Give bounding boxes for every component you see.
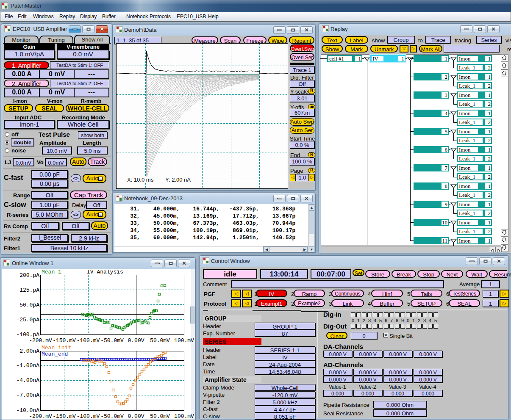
svg-text:-4.00nA: -4.00nA xyxy=(16,377,39,384)
svg-text:0.00V: 0.00V xyxy=(128,413,144,420)
svg-text:-1.00nA: -1.00nA xyxy=(16,362,39,369)
svg-text:-200.mV: -200.mV xyxy=(29,337,52,344)
svg-text:100.mV: 100.mV xyxy=(174,413,194,420)
svg-text:-10.0nA: -10.0nA xyxy=(16,407,39,414)
svg-text:-200.mV: -200.mV xyxy=(29,413,52,420)
svg-text:-50.0mV: -50.0mV xyxy=(100,337,124,344)
svg-text:50.0pA: 50.0pA xyxy=(19,302,39,308)
svg-text:Mean_end: Mean_end xyxy=(42,351,68,357)
svg-text:Mean_1: Mean_1 xyxy=(42,269,61,275)
svg-text:-25.0pA: -25.0pA xyxy=(16,317,39,323)
svg-text:50.0mV: 50.0mV xyxy=(150,337,170,344)
svg-text:IV-Analysis: IV-Analysis xyxy=(87,269,123,275)
svg-text:-150.mV: -150.mV xyxy=(53,413,76,420)
svg-text:-150.mV: -150.mV xyxy=(53,337,76,344)
svg-text:125.pA: 125.pA xyxy=(19,287,39,293)
svg-text:200.pA: 200.pA xyxy=(19,272,39,279)
svg-text:100.mV: 100.mV xyxy=(174,337,194,344)
svg-text:50.0mV: 50.0mV xyxy=(150,413,170,420)
svg-text:-7.00nA: -7.00nA xyxy=(16,392,39,398)
svg-text:-100.mV: -100.mV xyxy=(77,337,100,344)
svg-text:0.00V: 0.00V xyxy=(128,337,144,344)
svg-text:2.00nA: 2.00nA xyxy=(19,348,39,354)
svg-text:Mean_init: Mean_init xyxy=(42,345,71,351)
svg-text:-50.0mV: -50.0mV xyxy=(100,413,124,420)
svg-text:-100.pA: -100.pA xyxy=(16,332,39,338)
svg-text:-100.mV: -100.mV xyxy=(77,413,100,420)
